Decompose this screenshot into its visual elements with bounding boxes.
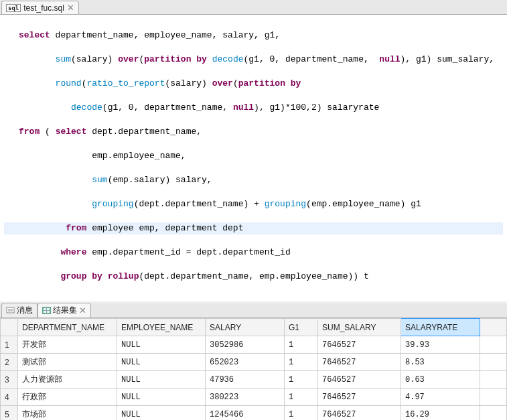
cell-salary[interactable]: 3052986 bbox=[206, 336, 285, 354]
col-salaryrate[interactable]: SALARYRATE bbox=[401, 319, 480, 336]
cell-department[interactable]: 测试部 bbox=[18, 354, 117, 371]
header-row: DEPARTMENT_NAME EMPLOYEE_NAME SALARY G1 … bbox=[1, 319, 507, 336]
cell-rate[interactable]: 8.53 bbox=[401, 354, 480, 371]
row-number[interactable]: 5 bbox=[1, 406, 18, 421]
result-grid[interactable]: DEPARTMENT_NAME EMPLOYEE_NAME SALARY G1 … bbox=[0, 318, 507, 420]
corner-cell[interactable] bbox=[1, 319, 18, 336]
cell-g1[interactable]: 1 bbox=[285, 336, 318, 354]
row-number[interactable]: 4 bbox=[1, 389, 18, 406]
cell-department[interactable]: 人力资源部 bbox=[18, 371, 117, 389]
table-row[interactable]: 4行政部NULL380223176465274.97 bbox=[1, 389, 507, 406]
col-g1[interactable]: G1 bbox=[285, 319, 318, 336]
cell-salary[interactable]: 380223 bbox=[206, 389, 285, 406]
cell-employee[interactable]: NULL bbox=[117, 354, 206, 371]
resultset-tab[interactable]: 结果集 ✕ bbox=[38, 303, 91, 318]
sql-editor[interactable]: select department_name, employee_name, s… bbox=[0, 15, 507, 303]
cell-g1[interactable]: 1 bbox=[285, 371, 318, 389]
svg-rect-0 bbox=[7, 307, 14, 313]
close-icon[interactable]: ✕ bbox=[79, 306, 86, 315]
cell-sum[interactable]: 7646527 bbox=[318, 336, 401, 354]
cell-sum[interactable]: 7646527 bbox=[318, 406, 401, 421]
cell-g1[interactable]: 1 bbox=[285, 354, 318, 371]
close-icon[interactable]: ✕ bbox=[67, 3, 74, 12]
sql-file-icon: sql bbox=[6, 4, 21, 12]
messages-tab[interactable]: 消息 bbox=[1, 303, 38, 318]
cell-sum[interactable]: 7646527 bbox=[318, 371, 401, 389]
cell-rate[interactable]: 0.63 bbox=[401, 371, 480, 389]
cell-padding bbox=[480, 389, 507, 406]
editor-tab-bar: sql test_fuc.sql ✕ bbox=[0, 0, 507, 15]
cell-sum[interactable]: 7646527 bbox=[318, 389, 401, 406]
col-salary[interactable]: SALARY bbox=[206, 319, 285, 336]
row-number[interactable]: 2 bbox=[1, 354, 18, 371]
messages-tab-label: 消息 bbox=[17, 305, 33, 316]
cell-department[interactable]: 行政部 bbox=[18, 389, 117, 406]
table-row[interactable]: 1开发部NULL30529861764652739.93 bbox=[1, 336, 507, 354]
cell-padding bbox=[480, 371, 507, 389]
result-tab-bar: 消息 结果集 ✕ bbox=[0, 303, 507, 318]
messages-icon bbox=[6, 306, 15, 315]
cell-employee[interactable]: NULL bbox=[117, 336, 206, 354]
row-number[interactable]: 1 bbox=[1, 336, 18, 354]
cell-department[interactable]: 市场部 bbox=[18, 406, 117, 421]
editor-tab-label: test_fuc.sql bbox=[23, 3, 64, 13]
table-row[interactable]: 2测试部NULL652023176465278.53 bbox=[1, 354, 507, 371]
resultset-tab-label: 结果集 bbox=[53, 305, 77, 316]
cell-rate[interactable]: 39.93 bbox=[401, 336, 480, 354]
cell-padding bbox=[480, 354, 507, 371]
cell-department[interactable]: 开发部 bbox=[18, 336, 117, 354]
table-row[interactable]: 5市场部NULL12454661764652716.29 bbox=[1, 406, 507, 421]
grid-icon bbox=[42, 307, 51, 314]
cell-rate[interactable]: 4.97 bbox=[401, 389, 480, 406]
cell-g1[interactable]: 1 bbox=[285, 406, 318, 421]
cell-salary[interactable]: 1245466 bbox=[206, 406, 285, 421]
table-row[interactable]: 3人力资源部NULL47936176465270.63 bbox=[1, 371, 507, 389]
editor-tab[interactable]: sql test_fuc.sql ✕ bbox=[1, 1, 79, 14]
col-department-name[interactable]: DEPARTMENT_NAME bbox=[18, 319, 117, 336]
cell-rate[interactable]: 16.29 bbox=[401, 406, 480, 421]
cell-padding bbox=[480, 336, 507, 354]
cell-g1[interactable]: 1 bbox=[285, 389, 318, 406]
cell-salary[interactable]: 47936 bbox=[206, 371, 285, 389]
cell-sum[interactable]: 7646527 bbox=[318, 354, 401, 371]
col-sum-salary[interactable]: SUM_SALARY bbox=[318, 319, 401, 336]
cell-employee[interactable]: NULL bbox=[117, 389, 206, 406]
cell-padding bbox=[480, 406, 507, 421]
cell-employee[interactable]: NULL bbox=[117, 406, 206, 421]
row-number[interactable]: 3 bbox=[1, 371, 18, 389]
cell-salary[interactable]: 652023 bbox=[206, 354, 285, 371]
cell-employee[interactable]: NULL bbox=[117, 371, 206, 389]
col-employee-name[interactable]: EMPLOYEE_NAME bbox=[117, 319, 206, 336]
col-extra bbox=[480, 319, 507, 336]
